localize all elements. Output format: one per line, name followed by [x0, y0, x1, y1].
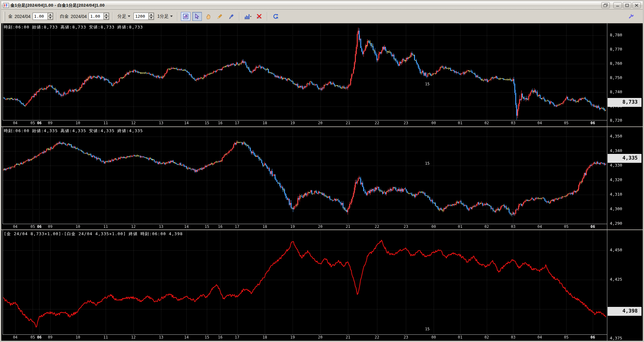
dropdown-arrow-icon: [170, 15, 173, 17]
float-window-icon[interactable]: [601, 2, 610, 8]
interval-label: 1分足: [157, 14, 169, 19]
toolbar-grip[interactable]: [4, 12, 5, 21]
bar-count-input[interactable]: [134, 13, 148, 20]
delete-drawing-icon[interactable]: [254, 12, 264, 21]
window-controls: [601, 2, 641, 8]
separator: [112, 12, 113, 21]
select-cursor-icon[interactable]: [192, 12, 202, 21]
separator: [177, 12, 178, 21]
pen-icon[interactable]: [226, 12, 236, 21]
gold-multiplier-input[interactable]: [33, 13, 47, 20]
spread-chart-canvas[interactable]: [1, 230, 643, 341]
title-bar[interactable]: 金1分足[2024/04]1.00 - 白金1分足[2024/04]1.00: [1, 1, 643, 9]
minimize-icon[interactable]: [613, 2, 622, 8]
gold-symbol-label: 金: [8, 14, 13, 19]
toolbar: 金 2024/04 白金 2024/04 分足: [1, 9, 643, 23]
bar-type-dropdown[interactable]: 分足: [116, 13, 132, 20]
gold-multiplier-spinbox: [33, 13, 53, 20]
separator: [267, 12, 268, 21]
bar-count-spinbox: [133, 13, 154, 20]
bar-type-label: 分足: [117, 14, 126, 19]
separator: [56, 12, 57, 21]
candlestick-app-icon: [3, 3, 9, 8]
wrench-icon[interactable]: [626, 12, 636, 21]
spinner-up-icon[interactable]: [149, 13, 154, 16]
close-icon[interactable]: [632, 2, 641, 8]
window-title: 金1分足[2024/04]1.00 - 白金1分足[2024/04]1.00: [10, 3, 105, 8]
interval-dropdown[interactable]: 1分足: [156, 13, 174, 20]
chart-area: 時刻:06:00 始値:8,733 高値:8,733 安値:8,733 終値:8…: [1, 23, 643, 341]
maximize-icon[interactable]: [623, 2, 631, 8]
gold-chart-panel: 時刻:06:00 始値:8,733 高値:8,733 安値:8,733 終値:8…: [1, 23, 643, 126]
gold-month-label: 2024/04: [15, 14, 31, 19]
spread-chart-panel: [金 24/04 8,733×1.00]-[白金 24/04 4,335×1.0…: [1, 229, 643, 341]
pan-hand-icon[interactable]: [204, 12, 213, 21]
spinner-down-icon[interactable]: [149, 16, 154, 20]
spinner-down-icon[interactable]: [48, 16, 53, 20]
platinum-month-label: 2024/04: [71, 14, 87, 19]
indicator-bars-icon[interactable]: [243, 12, 252, 21]
spinner-up-icon[interactable]: [104, 13, 109, 16]
app-window: 金1分足[2024/04]1.00 - 白金1分足[2024/04]1.00 金…: [0, 0, 644, 342]
svg-text:R: R: [276, 16, 278, 19]
platinum-chart-canvas[interactable]: [1, 127, 643, 229]
platinum-symbol-label: 白金: [60, 14, 69, 19]
platinum-chart-panel: 時刻:06:00 始値:4,335 高値:4,335 安値:4,335 終値:4…: [1, 126, 643, 229]
gold-chart-canvas[interactable]: [1, 23, 643, 126]
chart-properties-icon[interactable]: [181, 12, 190, 21]
platinum-multiplier-input[interactable]: [89, 13, 103, 20]
spinner-up-icon[interactable]: [48, 13, 53, 16]
spinner-down-icon[interactable]: [104, 16, 109, 20]
dropdown-arrow-icon: [128, 15, 130, 17]
pencil-icon[interactable]: [215, 12, 225, 21]
platinum-multiplier-spinbox: [89, 13, 109, 20]
reload-icon[interactable]: R: [271, 12, 280, 21]
separator: [239, 12, 240, 21]
